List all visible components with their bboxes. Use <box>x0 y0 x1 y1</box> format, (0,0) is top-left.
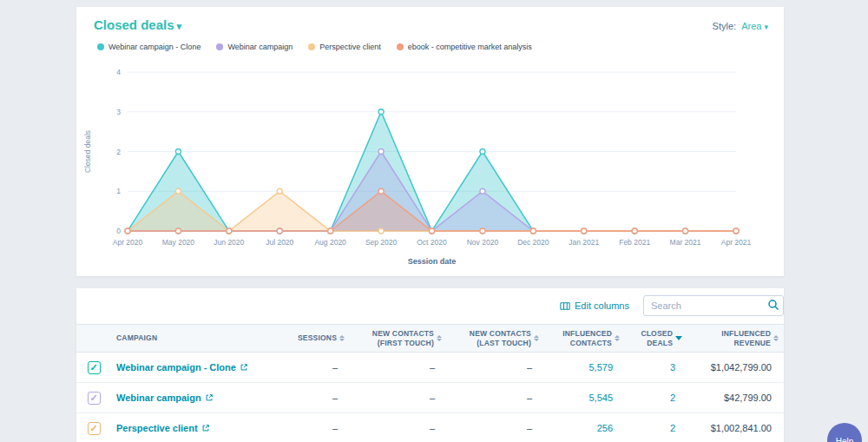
svg-text:May 2020: May 2020 <box>162 238 195 247</box>
table-header-row: CAMPAIGNSESSIONSNEW CONTACTS (FIRST TOUC… <box>76 325 784 353</box>
sort-icon[interactable] <box>534 335 539 341</box>
sort-icon[interactable] <box>615 335 620 341</box>
chevron-down-icon: ▾ <box>177 21 182 31</box>
legend-dot-icon <box>97 43 104 50</box>
row-checkbox[interactable]: ✓ <box>88 422 101 435</box>
svg-text:Feb 2021: Feb 2021 <box>619 238 650 247</box>
new-contacts-first-value: – <box>350 353 447 383</box>
campaign-link[interactable]: Webinar campaign <box>116 393 214 403</box>
legend-item[interactable]: Webinar campaign <box>216 43 293 51</box>
help-label: Help <box>836 437 854 442</box>
campaign-link[interactable]: Perspective client <box>116 423 210 433</box>
svg-text:Closed deals: Closed deals <box>83 130 92 173</box>
svg-text:Oct 2020: Oct 2020 <box>417 238 447 247</box>
style-selector: Style: Area ▾ <box>713 21 768 31</box>
influenced-revenue-value: $1,042,799.00 <box>687 353 784 383</box>
search-box <box>643 295 784 316</box>
new-contacts-last-value: – <box>447 353 544 383</box>
svg-text:3: 3 <box>116 108 121 116</box>
influenced-revenue-value: $42,799.00 <box>687 383 784 413</box>
svg-text:Session date: Session date <box>408 257 457 266</box>
search-input[interactable] <box>643 295 784 316</box>
legend-item[interactable]: ebook - competitive market analysis <box>397 43 532 51</box>
style-dropdown[interactable]: Area ▾ <box>741 21 768 31</box>
sort-icon[interactable] <box>437 335 442 341</box>
chart-legend: Webinar campaign - CloneWebinar campaign… <box>76 36 784 51</box>
influenced-contacts-value[interactable]: 256 <box>544 413 625 442</box>
table-card: Edit columns CAMPAIGNSESSIONSNEW CONTACT… <box>76 288 784 442</box>
legend-item[interactable]: Webinar campaign - Clone <box>97 43 201 51</box>
style-label: Style: <box>713 21 737 31</box>
svg-text:Apr 2020: Apr 2020 <box>113 238 143 247</box>
row-checkbox[interactable]: ✓ <box>88 361 101 374</box>
column-header[interactable]: INFLUENCED CONTACTS <box>544 325 625 353</box>
campaign-name: Perspective client <box>116 423 198 433</box>
sessions-value: – <box>280 383 350 413</box>
influenced-contacts-value[interactable]: 5,545 <box>544 383 625 413</box>
svg-text:Sep 2020: Sep 2020 <box>365 238 398 247</box>
table-row: ✓ Webinar campaign – – – 5,545 2 $42,799… <box>76 383 784 413</box>
svg-text:2: 2 <box>116 148 121 156</box>
column-header[interactable]: NEW CONTACTS (LAST TOUCH) <box>447 325 544 353</box>
legend-label: Webinar campaign - Clone <box>108 43 201 51</box>
closed-deals-value[interactable]: 2 <box>625 383 687 413</box>
column-header-label: NEW CONTACTS (FIRST TOUCH) <box>355 329 434 347</box>
new-contacts-last-value: – <box>447 413 544 442</box>
svg-text:Dec 2020: Dec 2020 <box>517 238 549 247</box>
column-header[interactable]: CLOSED DEALS <box>625 325 687 353</box>
sessions-value: – <box>280 353 350 383</box>
column-header[interactable]: CAMPAIGN <box>111 325 280 353</box>
style-value: Area <box>741 21 761 31</box>
svg-text:Jul 2020: Jul 2020 <box>266 238 293 247</box>
external-link-icon <box>201 424 210 432</box>
chart-card-header: Closed deals▾ Style: Area ▾ <box>76 7 784 36</box>
help-button[interactable]: Help <box>827 423 862 442</box>
new-contacts-first-value: – <box>350 413 447 442</box>
legend-label: ebook - competitive market analysis <box>408 43 532 51</box>
chart-svg: 01234Apr 2020May 2020Jun 2020Jul 2020Aug… <box>80 59 781 271</box>
report-title: Closed deals <box>94 17 174 32</box>
svg-text:1: 1 <box>116 187 121 195</box>
table-row: ✓ Perspective client – – – 256 2 $1,002,… <box>76 413 784 442</box>
campaign-name: Webinar campaign - Clone <box>116 362 236 373</box>
svg-text:Nov 2020: Nov 2020 <box>467 238 499 247</box>
column-header[interactable]: SESSIONS <box>280 325 350 353</box>
column-header-label: CLOSED DEALS <box>630 329 673 347</box>
closed-deals-value[interactable]: 2 <box>625 413 687 442</box>
campaign-name: Webinar campaign <box>116 393 201 403</box>
svg-text:0: 0 <box>116 227 121 235</box>
svg-text:Aug 2020: Aug 2020 <box>314 238 346 247</box>
legend-label: Perspective client <box>319 43 381 51</box>
column-header-label: INFLUENCED REVENUE <box>693 329 771 347</box>
row-checkbox[interactable]: ✓ <box>88 392 101 405</box>
column-header-label: NEW CONTACTS (LAST TOUCH) <box>452 329 531 347</box>
area-chart[interactable]: 01234Apr 2020May 2020Jun 2020Jul 2020Aug… <box>80 59 781 271</box>
legend-dot-icon <box>397 43 404 50</box>
influenced-contacts-value[interactable]: 5,579 <box>544 353 625 383</box>
chart-card: Closed deals▾ Style: Area ▾ Webinar camp… <box>76 7 784 276</box>
new-contacts-last-value: – <box>447 383 544 413</box>
table-row: ✓ Webinar campaign - Clone – – – 5,579 3… <box>76 353 784 383</box>
sort-desc-icon[interactable] <box>675 336 682 340</box>
column-header[interactable]: NEW CONTACTS (FIRST TOUCH) <box>350 325 447 353</box>
campaign-link[interactable]: Webinar campaign - Clone <box>116 362 248 373</box>
report-title-dropdown[interactable]: Closed deals▾ <box>94 17 181 32</box>
table-controls: Edit columns <box>76 288 784 324</box>
svg-text:Jan 2021: Jan 2021 <box>569 238 599 247</box>
search-icon[interactable] <box>767 299 779 311</box>
sort-icon[interactable] <box>773 335 779 341</box>
external-link-icon <box>240 363 248 372</box>
closed-deals-value[interactable]: 3 <box>625 353 687 383</box>
legend-item[interactable]: Perspective client <box>308 43 381 51</box>
chevron-down-icon: ▾ <box>764 23 768 31</box>
column-header[interactable]: INFLUENCED REVENUE <box>687 325 784 353</box>
edit-columns-button[interactable]: Edit columns <box>560 300 629 311</box>
influenced-revenue-value: $1,002,841.00 <box>687 413 784 442</box>
legend-label: Webinar campaign <box>227 43 293 51</box>
sort-icon[interactable] <box>339 335 345 341</box>
svg-text:4: 4 <box>116 68 121 76</box>
legend-dot-icon <box>308 43 315 50</box>
new-contacts-first-value: – <box>350 383 447 413</box>
column-header-label: SESSIONS <box>298 333 337 343</box>
svg-text:Jun 2020: Jun 2020 <box>214 238 244 247</box>
